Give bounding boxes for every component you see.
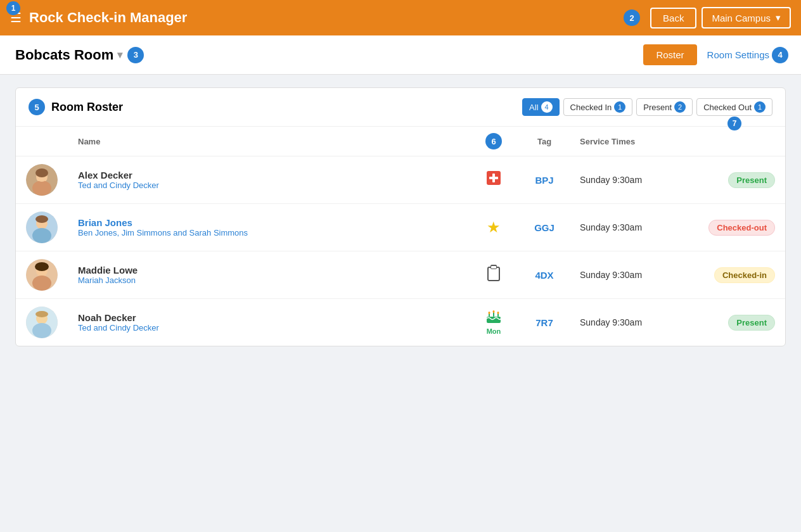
svg-point-10 — [32, 228, 51, 243]
avatar — [26, 307, 58, 338]
icon-cell: ★ — [468, 204, 519, 251]
icon-cell — [468, 156, 519, 204]
svg-point-15 — [35, 262, 49, 271]
th-service: Service Times — [570, 127, 696, 156]
svg-point-14 — [32, 276, 51, 291]
svg-point-22 — [35, 311, 48, 317]
tag-cell: 7R7 — [519, 299, 570, 346]
roster-card: 5 Room Roster All 4 Checked In 1 Present… — [15, 87, 786, 346]
chevron-down-icon: ▾ — [776, 12, 781, 23]
svg-point-11 — [35, 215, 48, 223]
app-header: ☰ 1 Rock Check-in Manager 2 Back Main Ca… — [0, 0, 801, 35]
star-icon: ★ — [487, 218, 501, 236]
th-icon: 6 — [468, 127, 519, 156]
table-row[interactable]: Maddie Lowe Mariah Jackson — [16, 251, 785, 299]
svg-rect-18 — [491, 266, 496, 269]
service-time-cell: Sunday 9:30am — [570, 204, 696, 251]
svg-point-4 — [35, 168, 48, 177]
status-badge-7: 7 — [727, 117, 741, 130]
room-title: Bobcats Room ▾ — [15, 47, 122, 63]
avatar — [26, 212, 58, 243]
header-left: ☰ 1 Rock Check-in Manager — [10, 10, 187, 26]
status-badge: Checked-in — [714, 267, 775, 283]
settings-badge-4: 4 — [772, 47, 788, 63]
header-badge-2: 2 — [624, 10, 640, 26]
svg-point-27 — [493, 310, 495, 313]
card-header: 5 Room Roster All 4 Checked In 1 Present… — [16, 88, 785, 127]
room-settings-link[interactable]: Room Settings — [707, 49, 769, 60]
clipboard-icon — [487, 269, 501, 284]
icon-cell — [468, 251, 519, 299]
status-cell: Present — [696, 156, 785, 204]
filter-present[interactable]: Present 2 — [636, 98, 693, 116]
medical-icon — [485, 172, 502, 189]
svg-point-26 — [489, 312, 490, 314]
person-cell: Maddie Lowe Mariah Jackson — [68, 251, 468, 299]
roster-title: Room Roster — [51, 101, 123, 114]
filter-checked-in[interactable]: Checked In 1 — [563, 98, 633, 116]
filter-checked-out[interactable]: Checked Out 1 7 — [696, 98, 772, 116]
avatar-cell — [16, 299, 68, 346]
header-right: 2 Back Main Campus ▾ — [624, 7, 791, 28]
room-dropdown-icon[interactable]: ▾ — [117, 49, 122, 61]
sub-header-actions: Roster Room Settings 4 — [643, 44, 786, 65]
table-row[interactable]: Alex Decker Ted and Cindy Decker — [16, 156, 785, 204]
main-content: 5 Room Roster All 4 Checked In 1 Present… — [0, 75, 801, 359]
menu-badge: 1 — [6, 1, 20, 15]
th-status — [696, 127, 785, 156]
service-time-cell: Sunday 9:30am — [570, 156, 696, 204]
th-name: Name — [68, 127, 468, 156]
svg-rect-16 — [488, 267, 499, 281]
table-row[interactable]: Brian Jones Ben Jones, Jim Simmons and S… — [16, 204, 785, 251]
status-badge: Present — [728, 315, 775, 331]
table-row[interactable]: Noah Decker Ted and Cindy Decker — [16, 299, 785, 346]
app-title: Rock Check-in Manager — [29, 10, 187, 26]
avatar-cell — [16, 156, 68, 204]
service-time-cell: Sunday 9:30am — [570, 251, 696, 299]
filter-all[interactable]: All 4 — [522, 98, 559, 116]
status-cell: Checked-in — [696, 251, 785, 299]
tag-cell: GGJ — [519, 204, 570, 251]
status-cell: Present — [696, 299, 785, 346]
status-badge: Present — [728, 172, 775, 188]
person-cell: Brian Jones Ben Jones, Jim Simmons and S… — [68, 204, 468, 251]
birthday-label: Mon — [487, 327, 501, 335]
avatar — [26, 259, 58, 291]
svg-point-21 — [32, 323, 51, 338]
sub-header: Bobcats Room ▾ 3 Roster Room Settings 4 — [0, 35, 801, 75]
roster-table: Name 6 Tag Service Times — [16, 127, 785, 346]
icon-cell: Mon — [468, 299, 519, 346]
person-cell: Noah Decker Ted and Cindy Decker — [68, 299, 468, 346]
status-cell: Checked-out — [696, 204, 785, 251]
section-badge-5: 5 — [29, 99, 45, 115]
birthday-cake-icon — [486, 310, 501, 327]
svg-rect-7 — [489, 177, 498, 179]
roster-button[interactable]: Roster — [643, 44, 696, 65]
birthday-icon-wrapper: Mon — [478, 310, 509, 335]
svg-point-28 — [497, 312, 499, 314]
icon-badge-6: 6 — [485, 133, 502, 149]
tag-cell: 4DX — [519, 251, 570, 299]
status-badge: Checked-out — [708, 220, 775, 236]
avatar-cell — [16, 204, 68, 251]
person-cell: Alex Decker Ted and Cindy Decker — [68, 156, 468, 204]
avatar-cell — [16, 251, 68, 299]
service-time-cell: Sunday 9:30am — [570, 299, 696, 346]
tag-cell: BPJ — [519, 156, 570, 204]
filter-tabs: All 4 Checked In 1 Present 2 Checked Out… — [522, 98, 772, 116]
campus-button[interactable]: Main Campus ▾ — [702, 7, 791, 28]
svg-rect-24 — [493, 312, 494, 317]
svg-point-2 — [32, 180, 51, 196]
back-button[interactable]: Back — [650, 8, 696, 28]
room-badge-3: 3 — [127, 47, 144, 63]
avatar — [26, 164, 58, 196]
th-avatar — [16, 127, 68, 156]
th-tag: Tag — [519, 127, 570, 156]
